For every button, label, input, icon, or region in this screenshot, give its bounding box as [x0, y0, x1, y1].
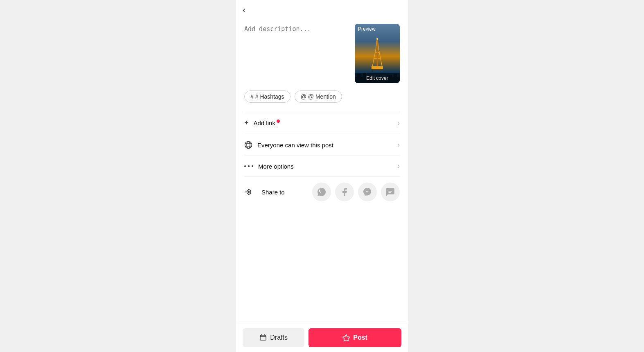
share-label: Share to: [261, 189, 312, 196]
mention-label: @ Mention: [308, 93, 336, 100]
visibility-label: Everyone can view this post: [257, 142, 398, 149]
back-button[interactable]: ‹: [243, 6, 245, 15]
add-link-label: Add link: [254, 120, 398, 126]
svg-point-11: [245, 142, 252, 149]
left-background: [0, 0, 236, 352]
svg-rect-20: [260, 335, 266, 340]
red-dot: [277, 120, 280, 123]
svg-point-16: [248, 165, 250, 167]
share-row: Share to: [244, 177, 400, 207]
post-icon: [342, 334, 350, 341]
page-wrapper: ‹: [0, 0, 644, 352]
visibility-row[interactable]: Everyone can view this post ›: [244, 134, 400, 156]
eiffel-tower-icon: [368, 38, 386, 71]
svg-point-17: [252, 165, 253, 167]
svg-rect-3: [372, 66, 383, 69]
bottom-bar: Drafts Post: [236, 323, 408, 352]
messenger-share-button[interactable]: [358, 183, 377, 201]
whatsapp-share-button[interactable]: [312, 183, 331, 201]
svg-point-4: [376, 38, 378, 40]
add-link-chevron: ›: [398, 120, 400, 127]
visibility-chevron: ›: [398, 141, 400, 149]
hashtags-button[interactable]: # # Hashtags: [244, 90, 290, 103]
drafts-label: Drafts: [270, 334, 288, 341]
more-options-icon: [244, 165, 253, 167]
add-link-icon: +: [244, 119, 249, 127]
more-options-chevron: ›: [398, 162, 400, 170]
preview-label: Preview: [358, 26, 376, 32]
content-area: Preview Edit cover # # Hashtags @ @ Ment…: [236, 0, 408, 323]
svg-point-12: [247, 142, 250, 149]
preview-container: Preview Edit cover: [355, 24, 400, 83]
more-options-label: More options: [258, 163, 398, 170]
sms-share-button[interactable]: [381, 183, 400, 201]
post-label: Post: [353, 334, 367, 341]
post-button[interactable]: Post: [308, 328, 401, 347]
edit-cover-button[interactable]: Edit cover: [355, 73, 400, 83]
hashtag-icon: #: [250, 93, 254, 100]
globe-icon: [244, 141, 252, 149]
share-icons-group: [312, 183, 400, 201]
top-section: Preview Edit cover: [244, 24, 400, 83]
share-label-group: Share to: [244, 188, 312, 196]
hashtags-label: # Hashtags: [255, 93, 284, 100]
mention-icon: @: [301, 93, 306, 100]
drafts-button[interactable]: Drafts: [243, 328, 304, 347]
share-icon: [244, 188, 252, 196]
facebook-share-button[interactable]: [335, 183, 354, 201]
drafts-icon: [259, 334, 267, 341]
add-link-row[interactable]: + Add link ›: [244, 112, 400, 134]
description-input[interactable]: [244, 24, 348, 81]
tags-row: # # Hashtags @ @ Mention: [244, 90, 400, 103]
svg-point-15: [244, 165, 246, 167]
right-background: [408, 0, 644, 352]
more-options-row[interactable]: More options ›: [244, 156, 400, 177]
mention-button[interactable]: @ @ Mention: [295, 90, 342, 103]
center-panel: ‹: [236, 0, 408, 352]
